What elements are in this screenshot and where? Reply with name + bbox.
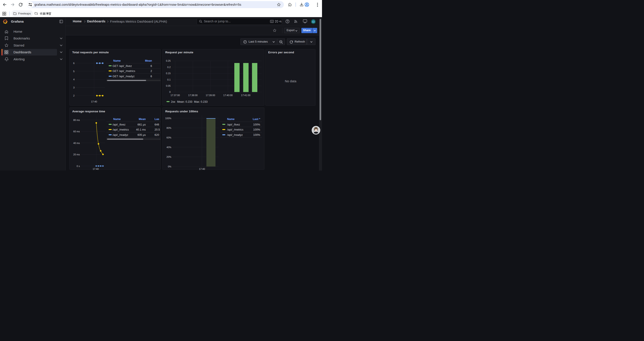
svg-text:2xx: 2xx [171, 100, 175, 103]
svg-text:100%: 100% [253, 128, 260, 131]
svg-text:Max: 0.233: Max: 0.233 [194, 100, 208, 103]
svg-text:17:41:00: 17:41:00 [241, 94, 250, 97]
svg-text:17:39:00: 17:39:00 [206, 94, 215, 97]
svg-text:0.25: 0.25 [166, 60, 170, 62]
svg-text:/api/_/livez: /api/_/livez [112, 123, 126, 126]
svg-text:20 ms: 20 ms [73, 153, 80, 156]
svg-text:2: 2 [73, 94, 74, 97]
svg-text:Mean: Mean [139, 118, 146, 121]
svg-text:2: 2 [150, 70, 152, 73]
svg-text:661 µs: 661 µs [138, 123, 146, 126]
svg-text:4: 4 [73, 78, 74, 81]
svg-text:Name: Name [227, 118, 234, 121]
svg-text:0.05: 0.05 [166, 85, 170, 87]
svg-text:Name: Name [113, 59, 120, 62]
svg-text:620: 620 [154, 133, 159, 137]
svg-text:17:40:00: 17:40:00 [223, 94, 233, 97]
svg-text:605 µs: 605 µs [138, 133, 146, 137]
svg-text:100%: 100% [165, 117, 171, 119]
svg-text:100%: 100% [253, 123, 260, 126]
svg-text:/api/_/readyz: /api/_/readyz [227, 133, 243, 137]
svg-text:6: 6 [73, 62, 74, 65]
svg-text:17:40: 17:40 [91, 100, 97, 103]
svg-text:/api/_/livez: /api/_/livez [227, 123, 240, 126]
svg-text:0: 0 [169, 91, 170, 93]
svg-text:Last *: Last * [253, 118, 260, 121]
svg-text:60%: 60% [166, 136, 172, 139]
svg-text:100%: 100% [253, 133, 260, 137]
svg-text:40%: 40% [166, 146, 172, 148]
svg-text:/api/_/readyz: /api/_/readyz [112, 133, 128, 137]
svg-text:20%: 20% [166, 155, 172, 158]
svg-text:GET /api/_/livez: GET /api/_/livez [112, 65, 132, 68]
svg-text:80%: 80% [166, 126, 172, 129]
svg-text:17:37:00: 17:37:00 [170, 94, 180, 97]
svg-text:646: 646 [154, 123, 159, 126]
svg-text:GET /api/_/metrics: GET /api/_/metrics [112, 70, 135, 73]
svg-text:5: 5 [73, 70, 74, 73]
svg-text:/api/_/metrics: /api/_/metrics [112, 128, 129, 131]
svg-text:17:38:00: 17:38:00 [188, 94, 198, 97]
svg-text:17:40: 17:40 [199, 168, 205, 170]
svg-text:0 s: 0 s [76, 165, 80, 167]
svg-text:6: 6 [150, 75, 152, 78]
svg-text:0.2: 0.2 [167, 66, 170, 69]
svg-text:0.1: 0.1 [167, 78, 170, 81]
svg-text:80 ms: 80 ms [73, 119, 80, 121]
svg-text:0%: 0% [168, 165, 172, 168]
svg-text:6: 6 [150, 65, 152, 68]
svg-text:Mean: Mean [145, 59, 152, 62]
svg-text:40.1 ms: 40.1 ms [136, 128, 146, 131]
svg-text:0.15: 0.15 [166, 72, 170, 75]
svg-text:GET /api/_/readyz: GET /api/_/readyz [112, 75, 134, 78]
svg-text:/api/_/metrics: /api/_/metrics [227, 128, 243, 131]
svg-text:Name: Name [113, 118, 120, 121]
svg-text:3: 3 [73, 86, 74, 89]
svg-text:Mean: 0.233: Mean: 0.233 [177, 100, 192, 103]
svg-text:20.5 r: 20.5 r [154, 128, 161, 131]
svg-text:17:40: 17:40 [92, 168, 99, 170]
svg-text:Las: Las [154, 118, 159, 121]
svg-text:60 ms: 60 ms [73, 130, 80, 133]
svg-text:40 ms: 40 ms [73, 142, 80, 144]
